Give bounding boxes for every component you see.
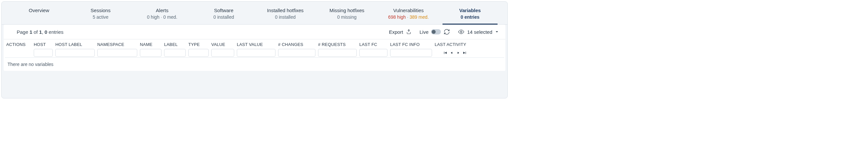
tab-label: Installed hotfixes xyxy=(254,7,316,13)
tab-alerts[interactable]: Alerts 0 high · 0 med. xyxy=(131,6,193,24)
empty-message: There are no variables xyxy=(5,58,504,71)
pager xyxy=(435,49,475,55)
tab-sub: 0 entries xyxy=(439,15,501,20)
filter-name[interactable] xyxy=(140,49,161,57)
tab-sub: 0 high · 0 med. xyxy=(131,15,193,20)
filter-changes[interactable] xyxy=(278,49,315,57)
tab-vulnerabilities[interactable]: Vulnerabilities 698 high · 389 med. xyxy=(378,6,439,24)
col-header-host[interactable]: HOST xyxy=(34,42,53,49)
tab-installed-hotfixes[interactable]: Installed hotfixes 0 installed xyxy=(254,6,316,24)
col-header-lastfc[interactable]: LAST FC xyxy=(359,42,388,49)
table: ACTIONS HOST HOST LABEL NAMESPACE NAME xyxy=(4,39,505,71)
pager-prev[interactable] xyxy=(449,50,454,55)
panel: Overview Sessions 5 active Alerts 0 high… xyxy=(1,1,508,99)
content-area: Page 1 of 1, 0 entries Export Live 14 se… xyxy=(4,25,505,71)
export-icon xyxy=(406,29,412,35)
live-toggle-group: Live xyxy=(420,29,451,35)
tab-label: Alerts xyxy=(131,7,193,13)
export-label: Export xyxy=(389,29,403,35)
col-header-type[interactable]: TYPE xyxy=(188,42,209,49)
pager-next[interactable] xyxy=(456,50,461,55)
col-header-value[interactable]: VALUE xyxy=(211,42,234,49)
col-header-lastvalue[interactable]: LAST VALUE xyxy=(237,42,276,49)
tab-sub: 698 high · 389 med. xyxy=(378,15,439,20)
refresh-icon[interactable] xyxy=(443,29,450,35)
tab-missing-hotfixes[interactable]: Missing hotfixes 0 missing xyxy=(316,6,378,24)
filter-lastvalue[interactable] xyxy=(237,49,276,57)
tab-sub: 5 active xyxy=(70,15,131,20)
filter-hostlabel[interactable] xyxy=(55,49,95,57)
selected-count: 14 selected xyxy=(467,29,492,35)
col-header-label[interactable]: LABEL xyxy=(164,42,186,49)
export-button[interactable]: Export xyxy=(389,29,411,35)
caret-down-icon xyxy=(495,30,499,34)
filter-label[interactable] xyxy=(164,49,186,57)
col-header-lastfcinfo[interactable]: LAST FC INFO xyxy=(390,42,432,49)
tab-sessions[interactable]: Sessions 5 active xyxy=(70,6,131,24)
tab-label: Sessions xyxy=(70,7,131,13)
tab-label: Missing hotfixes xyxy=(316,7,378,13)
eye-icon xyxy=(458,29,464,35)
tab-label: Overview xyxy=(8,7,70,13)
tab-sub: 0 missing xyxy=(316,15,378,20)
col-header-requests[interactable]: # REQUESTS xyxy=(318,42,357,49)
tab-label: Software xyxy=(193,7,254,13)
table-headers: ACTIONS HOST HOST LABEL NAMESPACE NAME xyxy=(5,39,504,58)
svg-point-0 xyxy=(461,31,462,33)
col-header-hostlabel[interactable]: HOST LABEL xyxy=(55,42,95,49)
tab-label: Vulnerabilities xyxy=(378,7,439,13)
pager-last[interactable] xyxy=(462,50,467,55)
col-header-namespace[interactable]: NAMESPACE xyxy=(97,42,137,49)
columns-selector[interactable]: 14 selected xyxy=(458,29,499,35)
live-toggle[interactable] xyxy=(431,29,441,34)
tab-label: Variables xyxy=(439,7,501,13)
pager-first[interactable] xyxy=(442,50,448,55)
filter-lastfcinfo[interactable] xyxy=(390,49,432,57)
col-header-lastactivity[interactable]: LAST ACTIVITY xyxy=(435,42,475,49)
tab-variables[interactable]: Variables 0 entries xyxy=(439,6,501,24)
col-header-actions[interactable]: ACTIONS xyxy=(6,42,31,49)
filter-value[interactable] xyxy=(211,49,234,57)
filter-host[interactable] xyxy=(34,49,53,57)
tab-overview[interactable]: Overview xyxy=(8,6,70,24)
filter-namespace[interactable] xyxy=(97,49,137,57)
col-header-changes[interactable]: # CHANGES xyxy=(278,42,315,49)
filter-type[interactable] xyxy=(188,49,209,57)
tab-sub: 0 installed xyxy=(193,15,254,20)
tab-sub: 0 installed xyxy=(254,15,316,20)
tab-software[interactable]: Software 0 installed xyxy=(193,6,254,24)
toolbar: Page 1 of 1, 0 entries Export Live 14 se… xyxy=(4,25,505,39)
col-header-name[interactable]: NAME xyxy=(140,42,161,49)
tabs-bar: Overview Sessions 5 active Alerts 0 high… xyxy=(2,2,507,25)
page-info: Page 1 of 1, 0 entries xyxy=(17,29,381,35)
live-label: Live xyxy=(420,29,429,35)
filter-lastfc[interactable] xyxy=(359,49,388,57)
filter-requests[interactable] xyxy=(318,49,357,57)
